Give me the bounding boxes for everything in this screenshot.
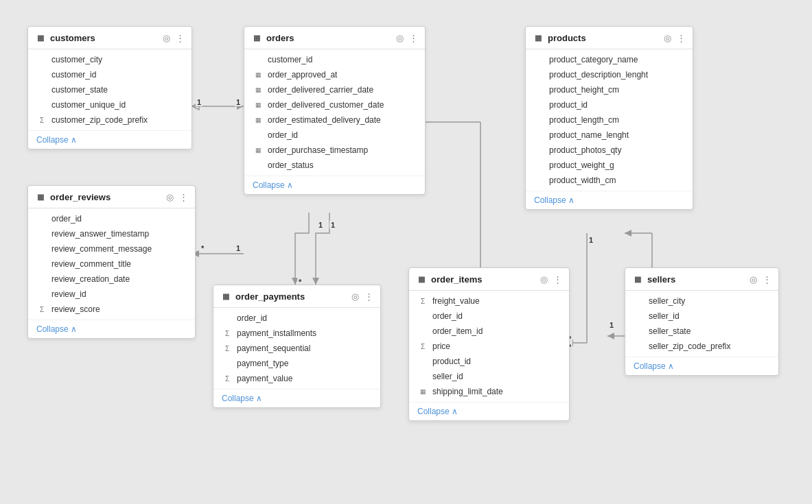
label-star-reviews: *	[200, 244, 205, 252]
table-payments-header: ▦ order_payments ◎ ⋮	[213, 285, 380, 308]
field-name: seller_id	[649, 311, 680, 321]
field-icon	[634, 341, 645, 352]
customers-collapse-btn[interactable]: Collapse ∧	[28, 130, 192, 149]
list-item: seller_id	[409, 369, 569, 384]
sellers-dots-icon[interactable]: ⋮	[763, 274, 772, 285]
table-orders: ▦ orders ◎ ⋮ customer_id ▦order_approved…	[244, 26, 426, 195]
table-sellers-icon: ▦	[632, 274, 643, 285]
list-item: Σprice	[409, 339, 569, 354]
table-items-title-group: ▦ order_items	[416, 274, 482, 285]
field-icon	[534, 84, 545, 95]
field-icon	[634, 311, 645, 322]
field-name: payment_value	[237, 374, 292, 383]
field-icon	[36, 289, 47, 300]
list-item: product_photos_qty	[526, 143, 693, 158]
table-reviews-title: order_reviews	[50, 192, 111, 202]
list-item: customer_unique_id	[28, 97, 192, 112]
table-customers-icon: ▦	[35, 32, 46, 43]
customers-eye-icon[interactable]: ◎	[163, 33, 170, 43]
field-name: product_length_cm	[549, 115, 619, 125]
table-payments-title-group: ▦ order_payments	[220, 291, 305, 302]
reviews-collapse-btn[interactable]: Collapse ∧	[28, 320, 195, 338]
list-item: customer_id	[244, 52, 425, 67]
field-icon	[534, 99, 545, 110]
list-item: product_width_cm	[526, 173, 693, 188]
items-dots-icon[interactable]: ⋮	[553, 274, 562, 285]
list-item: order_id	[28, 211, 195, 226]
field-name: review_creation_date	[51, 274, 130, 284]
sellers-eye-icon[interactable]: ◎	[750, 274, 757, 285]
table-orders-actions[interactable]: ◎ ⋮	[396, 33, 418, 43]
list-item: customer_city	[28, 52, 192, 67]
field-icon	[417, 371, 428, 382]
field-name: customer_zip_code_prefix	[51, 115, 148, 125]
field-icon	[534, 54, 545, 65]
list-item: product_height_cm	[526, 82, 693, 97]
table-payments-icon: ▦	[220, 291, 231, 302]
field-icon	[634, 296, 645, 307]
field-name: order_approved_at	[268, 70, 337, 80]
field-sigma-icon: Σ	[417, 341, 428, 352]
table-sellers-body: seller_city seller_id seller_state selle…	[625, 291, 778, 357]
reviews-eye-icon[interactable]: ◎	[166, 192, 174, 202]
list-item: payment_type	[213, 356, 380, 371]
list-item: order_id	[244, 128, 425, 143]
payments-eye-icon[interactable]: ◎	[351, 291, 359, 302]
table-reviews-actions[interactable]: ◎ ⋮	[166, 192, 188, 202]
field-icon	[253, 160, 264, 171]
list-item: ▦shipping_limit_date	[409, 384, 569, 399]
field-icon	[253, 130, 264, 141]
table-order-payments: ▦ order_payments ◎ ⋮ order_id Σpayment_i…	[213, 285, 381, 408]
field-calendar-icon: ▦	[253, 145, 264, 156]
products-eye-icon[interactable]: ◎	[664, 33, 671, 43]
field-icon	[222, 358, 233, 369]
field-name: customer_unique_id	[51, 100, 126, 110]
field-icon	[534, 115, 545, 125]
reviews-dots-icon[interactable]: ⋮	[179, 192, 188, 202]
field-icon	[417, 356, 428, 367]
table-sellers-title: sellers	[647, 274, 675, 285]
customers-dots-icon[interactable]: ⋮	[176, 33, 185, 43]
orders-eye-icon[interactable]: ◎	[396, 33, 404, 43]
products-dots-icon[interactable]: ⋮	[677, 33, 686, 43]
field-calendar-icon: ▦	[253, 99, 264, 110]
field-name: payment_installments	[237, 328, 316, 338]
field-sigma-icon: Σ	[417, 296, 428, 307]
table-payments-actions[interactable]: ◎ ⋮	[351, 291, 373, 302]
list-item: customer_id	[28, 67, 192, 82]
list-item: ▦order_purchase_timestamp	[244, 143, 425, 158]
field-name: order_status	[268, 160, 314, 170]
table-items-actions[interactable]: ◎ ⋮	[540, 274, 562, 285]
field-icon	[36, 259, 47, 269]
field-icon	[36, 274, 47, 285]
products-collapse-btn[interactable]: Collapse ∧	[526, 191, 693, 209]
list-item: Σcustomer_zip_code_prefix	[28, 112, 192, 128]
table-sellers-actions[interactable]: ◎ ⋮	[750, 274, 772, 285]
field-name: product_width_cm	[549, 176, 616, 185]
list-item: ▦order_estimated_delivery_date	[244, 112, 425, 128]
list-item: order_item_id	[409, 324, 569, 339]
table-payments-body: order_id Σpayment_installments Σpayment_…	[213, 308, 380, 389]
field-icon	[417, 326, 428, 337]
field-name: order_estimated_delivery_date	[268, 115, 381, 125]
table-items-title: order_items	[431, 274, 482, 285]
field-name: order_purchase_timestamp	[268, 145, 368, 155]
field-name: customer_id	[51, 70, 96, 80]
table-customers-actions[interactable]: ◎ ⋮	[163, 33, 185, 43]
list-item: review_creation_date	[28, 272, 195, 287]
payments-dots-icon[interactable]: ⋮	[364, 291, 373, 302]
items-eye-icon[interactable]: ◎	[540, 274, 548, 285]
table-customers-header: ▦ customers ◎ ⋮	[28, 27, 192, 49]
sellers-collapse-btn[interactable]: Collapse ∧	[625, 357, 778, 375]
table-orders-title: orders	[266, 33, 294, 43]
list-item: product_length_cm	[526, 112, 693, 128]
list-item: review_comment_message	[28, 241, 195, 256]
orders-dots-icon[interactable]: ⋮	[409, 33, 418, 43]
field-icon	[36, 228, 47, 239]
orders-collapse-btn[interactable]: Collapse ∧	[244, 176, 425, 194]
table-products-actions[interactable]: ◎ ⋮	[664, 33, 686, 43]
field-name: customer_state	[51, 85, 108, 95]
field-icon	[36, 243, 47, 254]
items-collapse-btn[interactable]: Collapse ∧	[409, 402, 569, 420]
payments-collapse-btn[interactable]: Collapse ∧	[213, 389, 380, 407]
